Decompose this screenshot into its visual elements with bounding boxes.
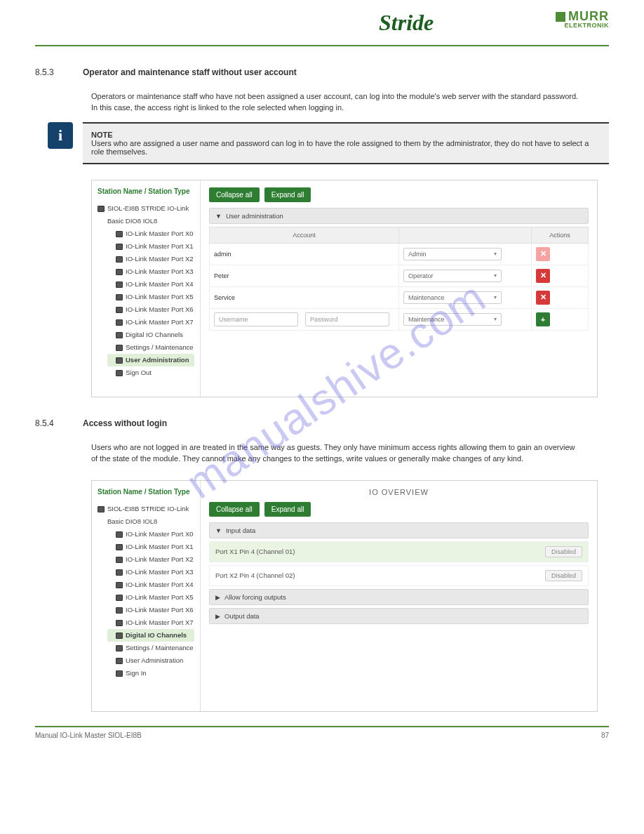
col-account: Account <box>210 227 399 243</box>
panel-title: IO OVERVIEW <box>209 488 589 496</box>
sidebar-title: Station Name / Station Type <box>98 187 194 195</box>
sidebar-item-port[interactable]: IO-Link Master Port X4 <box>107 278 194 291</box>
role-select[interactable]: Operator <box>403 270 502 282</box>
col-actions: Actions <box>532 227 589 243</box>
sidebar-item-port[interactable]: IO-Link Master Port X0 <box>107 227 194 240</box>
sidebar-item-port[interactable]: IO-Link Master Port X6 <box>107 303 194 316</box>
note-label: NOTE <box>91 131 113 139</box>
chevron-right-icon: ▶ <box>215 594 220 601</box>
device-icon <box>98 206 105 212</box>
info-icon: i <box>48 122 73 149</box>
device-name[interactable]: SIOL-EI8B STRIDE IO-Link <box>107 505 189 512</box>
sidebar: Station Name / Station Type SIOL-EI8B ST… <box>92 180 201 397</box>
delete-button[interactable]: ✕ <box>536 291 550 305</box>
user-table: Account Actions admin Admin ✕ Peter Oper… <box>209 227 589 331</box>
chevron-down-icon: ▼ <box>215 527 222 534</box>
screenshot-user-admin: Station Name / Station Type SIOL-EI8B ST… <box>91 180 598 397</box>
section-8-5-3-heading: 8.5.3 Operator and maintenance staff wit… <box>35 67 609 77</box>
table-row: admin Admin ✕ <box>210 243 589 265</box>
password-input[interactable]: Password <box>305 312 389 326</box>
device-icon <box>98 506 105 512</box>
sidebar-item-port[interactable]: IO-Link Master Port X4 <box>107 578 194 591</box>
sidebar-item-io[interactable]: Digital IO Channels <box>107 329 194 341</box>
sidebar-item-signout[interactable]: Sign Out <box>107 366 194 379</box>
expand-all-button[interactable]: Expand all <box>264 187 311 202</box>
device-sub: Basic DIO8 IOL8 <box>98 215 194 227</box>
sidebar-item-settings[interactable]: Settings / Maintenance <box>107 341 194 354</box>
io-row: Port X2 Pin 4 (Channel 02) Disabled <box>209 565 589 586</box>
table-row: Peter Operator ✕ <box>210 265 589 286</box>
brand-stride-logo: Stride <box>379 10 434 36</box>
page-footer: Manual IO-Link Master SIOL-EI8B 87 <box>0 727 644 739</box>
sidebar-item-port[interactable]: IO-Link Master Port X5 <box>107 291 194 303</box>
chevron-down-icon: ▼ <box>215 213 222 220</box>
status-badge: Disabled <box>545 570 582 581</box>
sidebar-title: Station Name / Station Type <box>98 488 194 496</box>
sidebar-item-port[interactable]: IO-Link Master Port X1 <box>107 240 194 253</box>
new-user-row: Username Password Maintenance + <box>210 308 589 330</box>
chevron-right-icon: ▶ <box>215 613 220 620</box>
sidebar-item-port[interactable]: IO-Link Master Port X2 <box>107 553 194 566</box>
sidebar-item-signin[interactable]: Sign In <box>107 667 194 680</box>
delete-button[interactable]: ✕ <box>536 269 550 283</box>
footer-left: Manual IO-Link Master SIOL-EI8B <box>35 732 142 739</box>
delete-button[interactable]: ✕ <box>536 247 550 261</box>
sidebar-item-port[interactable]: IO-Link Master Port X1 <box>107 541 194 553</box>
note-block: i NOTE Users who are assigned a user nam… <box>48 122 609 164</box>
sidebar-item-port[interactable]: IO-Link Master Port X7 <box>107 616 194 629</box>
screenshot-io-overview: Station Name / Station Type SIOL-EI8B ST… <box>91 480 598 712</box>
expand-all-button[interactable]: Expand all <box>264 502 311 517</box>
sidebar-item-io[interactable]: Digital IO Channels <box>107 629 194 642</box>
brand-murr-logo: MURR ELEKTRONIK <box>556 10 609 29</box>
role-select[interactable]: Maintenance <box>403 291 502 304</box>
header-rule <box>35 45 609 46</box>
device-name[interactable]: SIOL-EI8B STRIDE IO-Link <box>107 204 189 212</box>
table-row: Service Maintenance ✕ <box>210 286 589 308</box>
sidebar: Station Name / Station Type SIOL-EI8B ST… <box>92 481 201 711</box>
role-select[interactable]: Admin <box>403 248 502 260</box>
device-sub: Basic DIO8 IOL8 <box>98 515 194 528</box>
io-row: Port X1 Pin 4 (Channel 01) Disabled <box>209 541 589 562</box>
sidebar-item-port[interactable]: IO-Link Master Port X3 <box>107 265 194 278</box>
sidebar-item-port[interactable]: IO-Link Master Port X5 <box>107 591 194 604</box>
role-select[interactable]: Maintenance <box>403 313 502 326</box>
input-data-header[interactable]: ▼Input data <box>209 522 589 538</box>
sidebar-item-user-admin[interactable]: User Administration <box>107 654 194 667</box>
output-data-header[interactable]: ▶Output data <box>209 608 589 624</box>
force-outputs-header[interactable]: ▶Allow forcing outputs <box>209 589 589 605</box>
add-user-button[interactable]: + <box>536 312 550 326</box>
sidebar-item-port[interactable]: IO-Link Master Port X3 <box>107 566 194 578</box>
sidebar-item-port[interactable]: IO-Link Master Port X2 <box>107 253 194 265</box>
collapse-all-button[interactable]: Collapse all <box>209 187 260 202</box>
username-input[interactable]: Username <box>214 312 298 326</box>
note-text: Users who are assigned a user name and p… <box>91 139 589 156</box>
sidebar-item-settings[interactable]: Settings / Maintenance <box>107 642 194 654</box>
sidebar-item-port[interactable]: IO-Link Master Port X0 <box>107 528 194 541</box>
user-admin-section-header[interactable]: ▼User administration <box>209 208 589 224</box>
section-8-5-4-heading: 8.5.4 Access without login <box>35 418 609 428</box>
collapse-all-button[interactable]: Collapse all <box>209 502 260 517</box>
sidebar-item-port[interactable]: IO-Link Master Port X7 <box>107 316 194 329</box>
page-number: 87 <box>601 732 609 739</box>
section-8-5-3-body: Operators or maintenance staff who have … <box>91 91 582 114</box>
sidebar-item-port[interactable]: IO-Link Master Port X6 <box>107 604 194 616</box>
status-badge: Disabled <box>545 546 582 557</box>
sidebar-item-user-admin[interactable]: User Administration <box>107 354 194 366</box>
section-8-5-4-body: Users who are not logged in are treated … <box>91 442 582 465</box>
page-header: Stride MURR ELEKTRONIK <box>0 0 644 42</box>
